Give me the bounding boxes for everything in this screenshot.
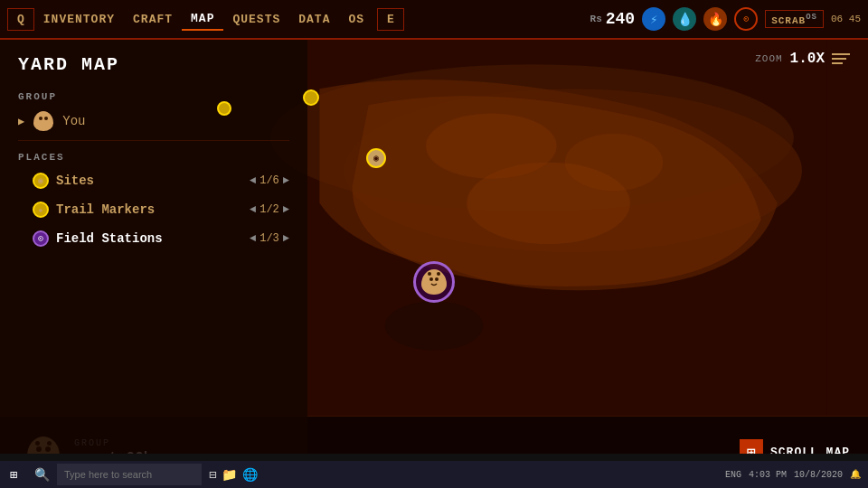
taskbar-language: ENG: [725, 470, 741, 480]
taskbar-apps-icon[interactable]: ⊟: [209, 467, 216, 483]
zoom-label: ZOOM: [755, 53, 782, 64]
sidebar-divider-1: [18, 140, 289, 141]
sites-next-arrow[interactable]: ►: [283, 174, 289, 187]
field-stations-count: 1/3: [259, 232, 279, 245]
places-section-label: PLACES: [0, 145, 307, 166]
top-navigation: Q INVENTORY CRAFT MAP QUESTS DATA OS E R…: [0, 0, 868, 40]
nav-os[interactable]: OS: [339, 9, 373, 30]
nav-map[interactable]: MAP: [182, 8, 223, 31]
rs-display: Rs 240: [590, 10, 636, 28]
nav-inventory[interactable]: INVENTORY: [34, 9, 124, 30]
place-row-sites[interactable]: ◉ Sites ◄ 1/6 ►: [0, 166, 307, 195]
field-stations-prev-arrow[interactable]: ◄: [250, 232, 256, 245]
group-item-you[interactable]: ▶ You: [0, 106, 307, 136]
nav-e-button[interactable]: E: [377, 8, 404, 31]
sites-count: 1/6: [259, 174, 279, 187]
scrab-logo: SCRABOS: [765, 10, 824, 29]
sites-icon: ◉: [33, 173, 49, 189]
trail-markers-icon: ◈: [33, 202, 49, 218]
taskbar-time: 4:03 PM: [749, 470, 787, 480]
taskbar-quick-icons: 🔍: [27, 467, 57, 483]
nav-quests[interactable]: QUESTS: [223, 9, 289, 30]
map-marker-1[interactable]: [217, 101, 231, 116]
taskbar-notification-icon[interactable]: 🔔: [850, 469, 861, 480]
group-arrow-icon: ▶: [18, 115, 24, 128]
main-content: ◉ ZOOM 1.0X: [0, 40, 868, 488]
player-map-marker: [413, 261, 455, 303]
taskbar-files-icon[interactable]: 📁: [222, 467, 237, 483]
trail-markers-nav[interactable]: ◄ 1/2 ►: [250, 203, 289, 216]
zoom-lines-icon: [832, 53, 850, 64]
field-stations-label: Field Stations: [56, 231, 250, 246]
taskbar-search-icon[interactable]: 🔍: [34, 467, 50, 483]
sites-nav[interactable]: ◄ 1/6 ►: [250, 174, 289, 187]
windows-start-button[interactable]: ⊞: [0, 461, 27, 488]
player-avatar-map: [421, 269, 447, 295]
resource-icon: 🔥: [703, 7, 727, 31]
place-row-trail-markers[interactable]: ◈ Trail Markers ◄ 1/2 ►: [0, 195, 307, 224]
taskbar-date: 10/8/2020: [794, 470, 843, 480]
zoom-indicator: ZOOM 1.0X: [755, 51, 850, 67]
left-panel: YARD MAP GROUP ▶ You PLACES ◉ Sites ◄ 1/…: [0, 40, 307, 488]
trail-markers-next-arrow[interactable]: ►: [283, 203, 289, 216]
svg-point-7: [427, 272, 441, 288]
svg-point-9: [435, 277, 439, 281]
sites-prev-arrow[interactable]: ◄: [250, 174, 256, 187]
svg-point-6: [385, 301, 484, 350]
group-section-label: GROUP: [0, 84, 307, 106]
svg-point-8: [429, 277, 433, 281]
sites-label: Sites: [56, 174, 250, 188]
taskbar-app-icons: ⊟ 📁 🌐: [202, 467, 265, 483]
svg-point-13: [37, 112, 50, 127]
rs-label: Rs: [590, 14, 602, 24]
lightning-icon: ⚡: [642, 7, 665, 31]
status-ring-icon: ⊙: [734, 7, 758, 31]
taskbar-right-area: ENG 4:03 PM 10/8/2020 🔔: [725, 469, 868, 480]
trail-markers-count: 1/2: [259, 203, 279, 216]
nav-right-area: Rs 240 ⚡ 💧 🔥 ⊙ SCRABOS 06 45: [590, 7, 861, 31]
nav-data[interactable]: DATA: [289, 9, 339, 30]
trail-markers-prev-arrow[interactable]: ◄: [250, 203, 256, 216]
clock-display: 06 45: [831, 13, 861, 25]
zoom-value: 1.0X: [790, 51, 825, 67]
map-marker-2[interactable]: [303, 89, 319, 106]
water-icon: 💧: [673, 7, 696, 31]
svg-point-14: [39, 117, 42, 120]
nav-craft[interactable]: CRAFT: [124, 9, 182, 30]
trail-markers-label: Trail Markers: [56, 202, 250, 217]
field-stations-next-arrow[interactable]: ►: [283, 232, 289, 245]
you-ghost-icon: [33, 111, 53, 131]
taskbar-search-input[interactable]: [57, 464, 202, 485]
field-stations-nav[interactable]: ◄ 1/3 ►: [250, 232, 289, 245]
field-stations-icon: ⊙: [33, 230, 49, 247]
svg-point-15: [44, 117, 48, 120]
nav-q-button[interactable]: Q: [7, 8, 34, 31]
you-label: You: [62, 114, 85, 128]
map-marker-3[interactable]: ◉: [366, 148, 386, 168]
place-row-field-stations[interactable]: ⊙ Field Stations ◄ 1/3 ►: [0, 224, 307, 253]
taskbar-browser-icon[interactable]: 🌐: [242, 467, 258, 483]
windows-taskbar: ⊞ 🔍 ⊟ 📁 🌐 ENG 4:03 PM 10/8/2020 🔔: [0, 461, 868, 488]
panel-title: YARD MAP: [0, 40, 307, 84]
rs-value: 240: [606, 10, 635, 28]
svg-point-5: [467, 163, 630, 244]
